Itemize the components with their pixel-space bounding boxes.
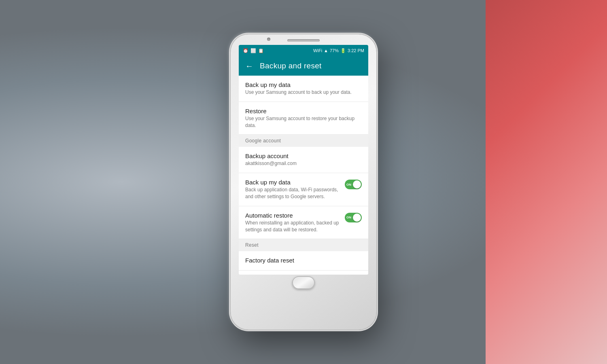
item-title: Back up my data — [245, 179, 345, 186]
physical-home-button[interactable] — [292, 276, 315, 289]
automatic-restore-toggle[interactable]: ON — [345, 213, 362, 222]
item-subtitle: When reinstalling an application, backed… — [245, 220, 345, 233]
battery-level: 77% — [330, 48, 339, 53]
phone-bottom — [292, 276, 315, 289]
item-text: Backup account akattkisson@gmail.com — [245, 152, 362, 167]
section-header-google: Google account — [239, 135, 368, 147]
item-subtitle: akattkisson@gmail.com — [245, 160, 362, 167]
phone-frame: ⏰ ⬜ 📋 WiFi ▲ 77% 🔋 3:22 PM ← Backup and … — [231, 34, 376, 330]
speaker-grill — [287, 39, 320, 42]
data-icon: 📋 — [258, 48, 264, 53]
settings-item-backup-samsung[interactable]: Back up my data Use your Samsung account… — [239, 76, 368, 102]
item-text: Back up my data Use your Samsung account… — [245, 81, 362, 96]
toggle-knob — [353, 214, 361, 222]
item-subtitle: Use your Samsung account to restore your… — [245, 115, 362, 129]
toggle-knob — [353, 180, 361, 188]
settings-item-factory-reset[interactable]: Factory data reset — [239, 251, 368, 271]
settings-item-collect-diagnostics[interactable]: Collect diagnostics Collect diagnostics … — [239, 271, 368, 275]
back-button[interactable]: ← — [245, 61, 253, 71]
settings-item-automatic-restore[interactable]: Automatic restore When reinstalling an a… — [239, 206, 368, 239]
settings-item-restore[interactable]: Restore Use your Samsung account to rest… — [239, 102, 368, 135]
wifi-icon: WiFi — [313, 48, 322, 53]
toolbar: ← Backup and reset — [239, 56, 368, 76]
settings-item-backup-data-google[interactable]: Back up my data Back up application data… — [239, 173, 368, 206]
item-title: Automatic restore — [245, 212, 345, 219]
item-text: Factory data reset — [245, 257, 362, 265]
item-title: Factory data reset — [245, 257, 362, 264]
item-title: Restore — [245, 108, 362, 114]
time-display: 3:22 PM — [348, 48, 364, 53]
item-subtitle: Use your Samsung account to back up your… — [245, 89, 362, 96]
status-bar: ⏰ ⬜ 📋 WiFi ▲ 77% 🔋 3:22 PM — [239, 45, 368, 56]
battery-icon: 🔋 — [340, 48, 346, 53]
status-icons-right: WiFi ▲ 77% 🔋 3:22 PM — [313, 48, 364, 53]
alarm-icon: ⏰ — [243, 48, 248, 53]
item-text: Automatic restore When reinstalling an a… — [245, 212, 345, 233]
section-header-reset: Reset — [239, 239, 368, 251]
item-text: Back up my data Back up application data… — [245, 179, 345, 200]
settings-item-backup-account[interactable]: Backup account akattkisson@gmail.com — [239, 147, 368, 173]
item-subtitle: Back up application data, Wi-Fi password… — [245, 186, 345, 200]
item-title: Back up my data — [245, 81, 362, 88]
settings-list: Back up my data Use your Samsung account… — [239, 76, 368, 275]
backup-data-toggle[interactable]: ON — [345, 180, 362, 189]
background-right — [486, 0, 607, 364]
item-title: Backup account — [245, 152, 362, 159]
phone-screen: ⏰ ⬜ 📋 WiFi ▲ 77% 🔋 3:22 PM ← Backup and … — [239, 45, 368, 275]
status-icons-left: ⏰ ⬜ 📋 — [243, 48, 264, 53]
toggle-label: ON — [346, 216, 351, 219]
page-title: Backup and reset — [260, 61, 322, 70]
screen-icon: ⬜ — [250, 48, 256, 53]
toggle-label: ON — [346, 183, 351, 186]
phone-device: ⏰ ⬜ 📋 WiFi ▲ 77% 🔋 3:22 PM ← Backup and … — [231, 34, 376, 330]
signal-icon: ▲ — [324, 48, 328, 53]
item-text: Restore Use your Samsung account to rest… — [245, 108, 362, 129]
